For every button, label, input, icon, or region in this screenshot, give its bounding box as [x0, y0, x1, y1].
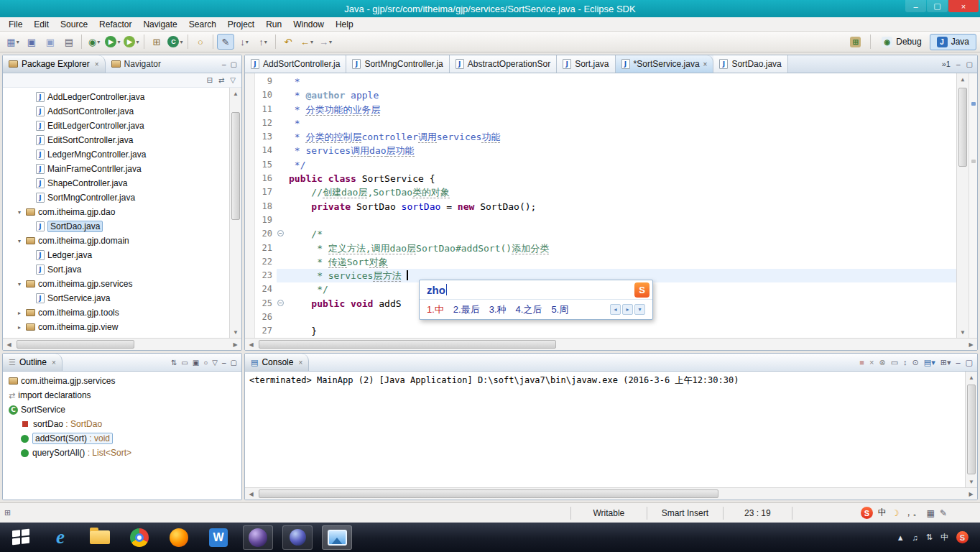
tab-outline[interactable]: ☰ Outline × — [3, 354, 63, 371]
minimize-icon[interactable]: – — [956, 358, 960, 367]
dropdown-arrow-icon[interactable]: ▾ — [310, 39, 313, 45]
dropdown-arrow-icon[interactable]: ▾ — [136, 39, 139, 45]
editor-vscrollbar[interactable]: ▲ ▼ — [956, 73, 969, 338]
sogou-tray-icon[interactable]: S — [956, 531, 969, 543]
menu-edit[interactable]: Edit — [28, 18, 55, 31]
open-perspective-button[interactable]: ⊞ — [843, 34, 867, 50]
firefox-icon[interactable] — [164, 525, 194, 550]
scroll-thumb[interactable] — [967, 385, 976, 474]
dropdown-arrow-icon[interactable]: ▾ — [117, 39, 120, 45]
editor-tab[interactable]: JSortDao.java — [713, 55, 787, 73]
java-perspective-button[interactable]: JJava — [930, 34, 976, 50]
maximize-icon[interactable]: ▢ — [231, 359, 237, 367]
half-full-width-icon[interactable]: ☽ — [892, 508, 900, 518]
tree-item[interactable]: ▾com.itheima.gjp.domain — [3, 234, 241, 248]
eclipse-icon[interactable] — [243, 525, 273, 550]
outline-item[interactable]: sortDao : SortDao — [3, 417, 241, 431]
tree-item[interactable]: JAddLedgerController.java — [3, 90, 241, 104]
scroll-right-icon[interactable]: ▶ — [229, 339, 241, 350]
expand-arrow-icon[interactable]: ▾ — [16, 238, 23, 244]
code-line[interactable]: 21 * 定义方法,调用dao层SortDao#addSort()添加分类 — [255, 242, 956, 255]
remove-all-launches-icon[interactable]: ⊗ — [879, 358, 885, 367]
scroll-down-icon[interactable]: ▼ — [230, 326, 241, 338]
menu-search[interactable]: Search — [183, 18, 222, 31]
tree-item[interactable]: JAddSortController.java — [3, 104, 241, 119]
expand-arrow-icon[interactable]: ▸ — [16, 324, 23, 331]
soft-keyboard-icon[interactable]: ▦ — [927, 508, 935, 518]
language-indicator[interactable]: 中 — [940, 532, 948, 543]
code-line[interactable]: 12 * — [255, 116, 956, 130]
scroll-lock-icon[interactable]: ↕ — [903, 358, 907, 367]
last-edit-location-icon[interactable]: ↶ — [279, 34, 297, 50]
close-icon[interactable]: × — [703, 60, 708, 68]
annotation-ruler[interactable] — [245, 73, 255, 338]
code-line[interactable]: 15 */ — [255, 158, 956, 172]
close-icon[interactable]: × — [298, 359, 302, 367]
hide-non-public-icon[interactable]: ○ — [203, 359, 208, 367]
tree-item[interactable]: JSortMngController.java — [3, 190, 241, 205]
outline-item[interactable]: CSortService — [3, 402, 241, 417]
remove-launch-icon[interactable]: × — [869, 358, 874, 367]
tree-item[interactable]: ▾com.itheima.gjp.dao — [3, 205, 241, 219]
scroll-up-icon[interactable]: ▲ — [966, 372, 977, 383]
console-vscrollbar[interactable]: ▲ ▼ — [965, 372, 977, 487]
scroll-up-icon[interactable]: ▲ — [957, 73, 969, 85]
tree-item[interactable]: JLedgerMngController.java — [3, 147, 241, 162]
editor-hscrollbar[interactable]: ◀ ▶ — [245, 338, 977, 350]
scroll-left-icon[interactable]: ◀ — [3, 339, 15, 350]
menu-run[interactable]: Run — [260, 18, 287, 31]
dropdown-arrow-icon[interactable]: ▾ — [97, 39, 100, 45]
scroll-down-icon[interactable]: ▼ — [966, 476, 977, 487]
maximize-icon[interactable]: ▢ — [966, 60, 973, 68]
code-line[interactable]: 22 * 传递Sort对象 — [255, 255, 956, 269]
java-app-window-icon[interactable] — [282, 525, 313, 550]
tree-item[interactable]: ▸com.itheima.gjp.tools — [3, 305, 241, 320]
ime-candidate[interactable]: 1.中 — [427, 303, 444, 316]
save-icon[interactable]: ▣ — [23, 34, 40, 50]
tree-item[interactable]: JSort.java — [3, 262, 241, 277]
outline-item[interactable]: com.itheima.gjp.services — [3, 374, 241, 388]
photo-viewer-icon[interactable] — [322, 525, 352, 550]
dropdown-arrow-icon[interactable]: ▾ — [17, 39, 19, 45]
collapse-all-icon[interactable]: ⊟ — [207, 76, 213, 84]
volume-icon[interactable]: ♫ — [912, 533, 918, 542]
chrome-icon[interactable] — [124, 525, 154, 550]
hide-static-icon[interactable]: ▣ — [193, 359, 199, 367]
console-output[interactable]: <terminated> MainApp (2) [Java Applicati… — [245, 372, 965, 487]
outline-item[interactable]: querySortAll() : List<Sort> — [3, 446, 241, 460]
scroll-thumb[interactable] — [958, 88, 967, 167]
ime-candidate[interactable]: 3.种 — [489, 303, 507, 316]
code-line[interactable]: 14 * services调用dao层功能 — [255, 144, 956, 157]
overview-ruler[interactable] — [969, 73, 977, 338]
scroll-right-icon[interactable]: ▶ — [965, 339, 977, 350]
minimize-icon[interactable]: – — [222, 60, 226, 68]
tree-item[interactable]: ▸com.itheima.gjp.view — [3, 320, 241, 334]
code-line[interactable]: 19 — [255, 213, 956, 227]
editor-tab[interactable]: JSort.java — [557, 55, 615, 73]
editor-tab[interactable]: JAddSortController.ja — [245, 55, 346, 73]
fold-marker-icon[interactable]: − — [277, 230, 284, 236]
search-icon[interactable]: ○ — [192, 34, 209, 50]
close-icon[interactable]: × — [52, 359, 56, 367]
tree-item[interactable]: JMainFrameContrller.java — [3, 162, 241, 176]
menu-project[interactable]: Project — [222, 18, 260, 31]
new-java-class-icon[interactable]: C▾ — [167, 34, 184, 50]
tree-item[interactable]: JLedger.java — [3, 248, 241, 262]
scroll-thumb[interactable] — [259, 489, 718, 498]
menu-refactor[interactable]: Refactor — [93, 18, 137, 31]
scroll-right-icon[interactable]: ▶ — [965, 488, 977, 500]
code-line[interactable]: 11 * 分类功能的业务层 — [255, 103, 956, 116]
tree-item[interactable]: ▾com.itheima.gjp.services — [3, 277, 241, 291]
code-line[interactable]: 17 //创建dao层,SortDao类的对象 — [255, 185, 956, 199]
code-line[interactable]: 13 * 分类的控制层controller调用services功能 — [255, 130, 956, 144]
link-with-editor-icon[interactable]: ⇄ — [218, 76, 224, 84]
show-hidden-icons[interactable]: ▲ — [897, 533, 905, 542]
ime-menu-icon[interactable]: ▾ — [634, 304, 645, 315]
menu-help[interactable]: Help — [330, 18, 359, 31]
expand-arrow-icon[interactable]: ▸ — [16, 310, 23, 316]
ime-candidate[interactable]: 5.周 — [551, 303, 568, 316]
hide-fields-icon[interactable]: ▭ — [181, 359, 188, 367]
wps-icon[interactable]: W — [203, 525, 234, 550]
expand-arrow-icon[interactable]: ▾ — [16, 209, 23, 216]
start-button[interactable] — [6, 525, 36, 550]
